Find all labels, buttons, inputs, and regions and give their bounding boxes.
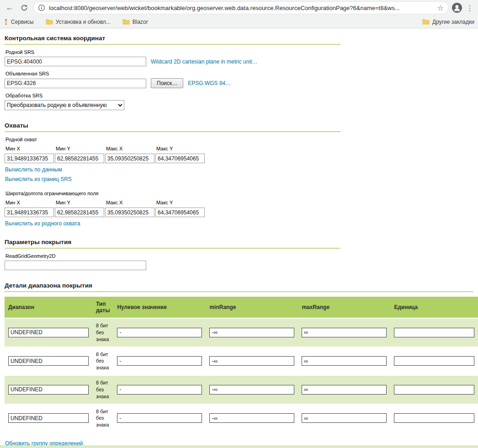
native-max-y-label: Макс Y (155, 146, 206, 151)
compute-from-data-link[interactable]: Вычислить по данным (5, 166, 62, 173)
range-input[interactable] (8, 413, 89, 423)
null-value-input[interactable] (117, 385, 202, 395)
min-range-input[interactable] (209, 385, 294, 395)
latlon-min-x-input[interactable] (5, 208, 54, 217)
bounds-section-title: Охваты (5, 122, 340, 132)
native-max-y-input[interactable] (155, 154, 205, 163)
native-bbox-grid: Мин X Мин Y Макс X Макс Y (5, 146, 473, 163)
col-header-null-value: Нулевое значение (113, 297, 206, 318)
native-srs-input[interactable] (5, 57, 146, 66)
native-min-y-label: Мин Y (55, 146, 105, 151)
services-bookmark-icon (4, 19, 8, 25)
bookmark-label: Blazor (133, 19, 148, 25)
srs-handling-select[interactable]: Преобразовать родную в объявленную (5, 100, 124, 110)
unit-input[interactable] (394, 413, 474, 423)
resource-configuration-page: Контрольная система координат Родной SRS… (0, 28, 478, 448)
latlon-min-x-label: Мин X (5, 200, 55, 205)
native-srs-description-link[interactable]: Wildcard 2D cartesian plane in metric un… (151, 59, 257, 65)
max-range-input[interactable] (302, 413, 387, 423)
bookmark-label: Сервисы (11, 19, 34, 25)
browser-chrome: ← localhost:8080/geoserver/web/wicket/bo… (0, 0, 478, 28)
compute-from-srs-bounds-link[interactable]: Вычислить из границ SRS (5, 176, 72, 182)
null-value-input[interactable] (117, 356, 202, 366)
bookmarks-bar: Сервисы Установка и обновл... Blazor Дру… (0, 16, 478, 28)
unit-input[interactable] (394, 356, 474, 366)
range-input[interactable] (8, 356, 89, 366)
folder-icon (46, 19, 53, 25)
col-header-data-type: Тип даты (92, 297, 113, 318)
native-min-x-label: Мин X (5, 146, 55, 151)
latlon-max-y-label: Макс Y (155, 200, 206, 205)
browser-toolbar: ← localhost:8080/geoserver/web/wicket/bo… (0, 0, 478, 16)
max-range-input[interactable] (302, 328, 387, 337)
back-arrow-icon: ← (6, 3, 14, 12)
data-type-cell: 8 бит без знака (92, 319, 113, 347)
native-min-x-input[interactable] (5, 154, 54, 163)
min-range-input[interactable] (209, 328, 294, 337)
range-details-title: Детали диапазона покрытия (5, 282, 473, 292)
min-range-input[interactable] (209, 356, 294, 366)
table-row: 8 бит без знака (5, 405, 478, 432)
latlon-min-y-label: Мин Y (55, 200, 105, 205)
declared-srs-input[interactable] (5, 79, 146, 88)
avatar-icon (451, 2, 462, 13)
declared-srs-label: Объявленная SRS (5, 71, 473, 76)
crs-section-title: Контрольная система координат (5, 35, 340, 45)
folder-icon (122, 19, 130, 25)
reload-icon (21, 4, 28, 11)
native-max-x-input[interactable] (105, 154, 154, 163)
latlon-bbox-grid: Мин X Мин Y Макс X Макс Y (5, 200, 473, 217)
col-header-range: Диапазон (5, 297, 92, 318)
bookmark-folder-install[interactable]: Установка и обновл... (46, 19, 111, 25)
srs-handling-label: Обработка SRS (5, 93, 473, 98)
readgridgeometry-input[interactable] (5, 261, 146, 270)
coverage-range-table: Диапазон Тип даты Нулевое значение minRa… (5, 296, 478, 433)
bookmark-services[interactable]: Сервисы (4, 19, 34, 25)
folder-icon (422, 19, 430, 25)
latlon-max-x-input[interactable] (105, 208, 154, 217)
bookmark-label: Установка и обновл... (56, 19, 111, 25)
table-header-row: Диапазон Тип даты Нулевое значение minRa… (5, 297, 478, 318)
declared-srs-description-link[interactable]: EPSG:WGS 84… (188, 80, 231, 86)
other-bookmarks-button[interactable]: Другие закладки (422, 19, 474, 25)
site-info-icon[interactable] (38, 4, 45, 11)
compute-from-native-link[interactable]: Вычислить из родного охвата (5, 220, 80, 227)
latlon-bbox-label: Широта/долгота ограничивающего поля (5, 191, 473, 196)
unit-input[interactable] (394, 328, 474, 337)
null-value-input[interactable] (117, 413, 202, 423)
native-srs-label: Родной SRS (5, 49, 473, 55)
col-header-unit: Единица (390, 297, 478, 318)
native-min-y-input[interactable] (55, 154, 104, 163)
col-header-max-range: maxRange (298, 297, 390, 318)
latlon-min-y-input[interactable] (55, 208, 104, 217)
reload-button[interactable] (18, 2, 30, 14)
native-max-x-label: Макс X (105, 146, 155, 151)
range-input[interactable] (8, 328, 89, 337)
bookmark-star-icon[interactable]: ☆ (437, 4, 444, 12)
data-type-cell: 8 бит без знака (92, 405, 113, 432)
table-row: 8 бит без знака (5, 319, 478, 347)
table-row: 8 бит без знака (5, 376, 478, 404)
address-bar[interactable]: localhost:8080/geoserver/web/wicket/book… (33, 1, 449, 14)
latlon-max-y-input[interactable] (155, 208, 205, 217)
unit-input[interactable] (394, 385, 474, 395)
profile-avatar[interactable] (451, 2, 462, 13)
browser-menu-button[interactable]: ⋮ (465, 4, 474, 12)
footer-band (0, 445, 478, 448)
data-type-cell: 8 бит без знака (92, 376, 113, 404)
null-value-input[interactable] (117, 328, 202, 337)
max-range-input[interactable] (302, 385, 387, 395)
readgridgeometry-label: ReadGridGeometry2D (5, 253, 473, 259)
latlon-max-x-label: Макс X (105, 200, 155, 205)
table-row: 8 бит без знака (5, 347, 478, 375)
back-button[interactable]: ← (4, 2, 16, 14)
data-type-cell: 8 бит без знака (92, 347, 113, 375)
bookmark-folder-blazor[interactable]: Blazor (122, 19, 148, 25)
srs-search-button[interactable]: Поиск… (151, 78, 183, 88)
min-range-input[interactable] (209, 413, 294, 423)
other-bookmarks-label: Другие закладки (432, 19, 474, 25)
max-range-input[interactable] (302, 356, 387, 366)
native-bbox-label: Родной охват (5, 137, 473, 142)
range-input[interactable] (8, 385, 89, 395)
url-text[interactable]: localhost:8080/geoserver/web/wicket/book… (49, 5, 434, 11)
